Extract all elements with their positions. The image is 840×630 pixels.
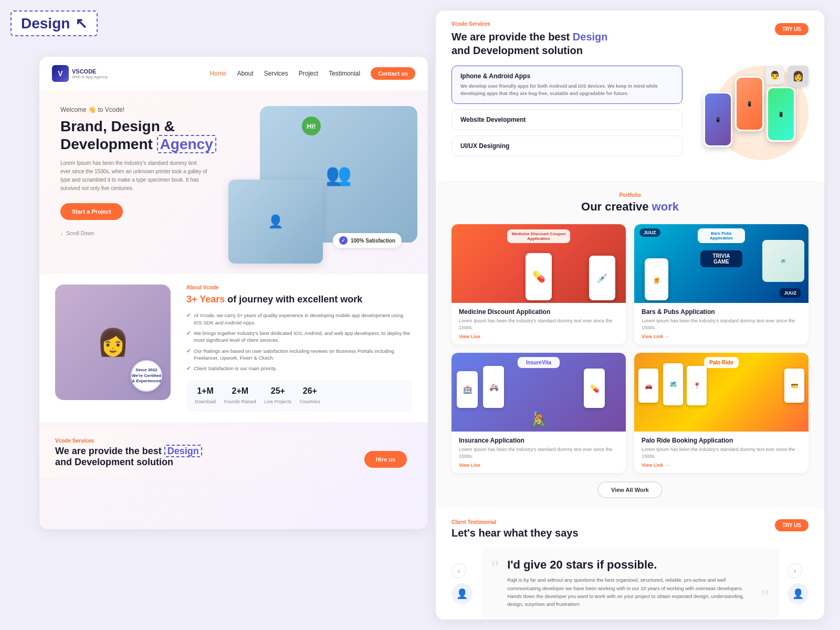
try-us-button-top[interactable]: TRY US [775,23,808,35]
medicine-phone-2: 💉 [589,256,615,300]
hero-overlay-person: 👤 [228,180,323,264]
try-us-button-testimonial[interactable]: TRY US [775,519,808,531]
palo-phone-3: 📍 [687,366,707,405]
testimonial-title: Let's hear what they says [452,527,808,539]
sc-title: We are provide the best Design and Devel… [452,30,808,57]
testimonial-right-nav: › 👤 [788,548,808,604]
palo-desc: Lorem Ipsum has been the industry's stan… [642,446,801,459]
satisfaction-badge: ✓ 100% Satisfaction [333,233,402,248]
stat-download: 1+M Download [195,386,216,405]
quote-close-icon: " [761,587,769,608]
medicine-phone: 💊 [526,253,552,300]
medicine-view-link[interactable]: View Live [459,334,618,339]
services-card: Vcode Services We are provide the best D… [436,10,824,181]
services-bottom-title: We are provide the best Design and Devel… [55,446,412,468]
sc-tag: Vcode Services [452,21,808,27]
nav-contact-button[interactable]: Contact us [371,67,415,80]
portfolio-section: Portfolio Our creative work Medicine Dis… [436,182,824,509]
testimonial-left-nav: ‹ 👤 [452,548,472,604]
bars-view-link[interactable]: View Link → [642,334,801,339]
palo-view-link[interactable]: View Link → [642,463,801,468]
cursor-icon: ↖ [75,15,87,32]
nav-services[interactable]: Services [264,70,288,77]
about-badge: Since 2022 We're Certified & Experienced [131,360,162,392]
hero-overlay-image: 👤 [228,180,323,264]
phone-mockups-area: 📱 📱 📱 👩 👨 [693,66,808,171]
logo-icon: V [52,65,69,82]
service-iphone: Iphone & Android Apps We develop user fr… [452,66,682,104]
portfolio-img-palo: Palo Ride 🚗 🗺️ 📍 💳 [634,353,808,432]
testimonial-card: " I'd give 20 stars if possible. Rajit i… [481,548,779,618]
palo-phone-1: 🚗 [638,369,658,403]
testimonial-content: I'd give 20 stars if possible. Rajit is … [507,558,753,608]
left-panel: V VSCODE Web & App Agency Home About Ser… [39,57,428,529]
service-website: Website Development [452,109,682,130]
start-project-button[interactable]: Start a Project [60,203,123,220]
portfolio-item-medicine: Medicine Discount CouponApplication 💊 💉 … [452,224,626,344]
map-area: 🗺️ [762,240,804,282]
juuz-logo: JUUZ [639,228,660,237]
about-list-item: Client Satisfaction is our main priority… [186,365,412,372]
portfolio-item-bars: JUUZ Bars PubsApplication TRIVIAGAME 🗺️ … [634,224,808,344]
stat-countries: 26+ Countries [300,386,320,405]
portfolio-info-insurance: Insurance Application Lorem Ipsum has be… [452,432,626,473]
palo-name: Palo Ride Booking Application [642,437,801,444]
hire-us-button[interactable]: Hire us [364,451,407,468]
insurance-view-link[interactable]: View Live [459,463,618,468]
portfolio-info-palo: Palo Ride Booking Application Lorem Ipsu… [634,432,808,473]
testimonial-tag: Client Testimonial [452,519,808,525]
nav-home[interactable]: Home [209,70,226,77]
testimonial-prev-button[interactable]: ‹ [452,563,466,578]
insurance-desc: Lorem Ipsum has been the industry's stan… [459,446,618,459]
about-title: 3+ Years of journey with excellent work [186,293,412,306]
about-list-item: At Vcode, we carry 3+ years of quality e… [186,312,412,326]
insurevita-label: InsureVita [518,357,560,368]
portfolio-img-medicine: Medicine Discount CouponApplication 💊 💉 [452,224,626,303]
nav-logo: V VSCODE Web & App Agency [52,65,108,82]
insurance-phone-1: 🏥 [457,371,478,408]
testimonial-text: Rajit is by far and without any question… [507,576,753,608]
testimonial-avatar-small-2: 👤 [788,583,808,604]
nav-about[interactable]: About [237,70,253,77]
nav-links: Home About Services Project Testimonial … [209,67,415,80]
insurance-name: Insurance Application [459,437,618,444]
stats-row: 1+M Download 2+M Founds Raised 25+ Live … [186,380,412,412]
portfolio-img-bars: JUUZ Bars PubsApplication TRIVIAGAME 🗺️ … [634,224,808,303]
about-list-item: Our Ratings are based on user satisfacti… [186,348,412,362]
bars-desc: Lorem Ipsum has been the industry's stan… [642,318,801,331]
portfolio-info-bars: Bars & Pubs Application Lorem Ipsum has … [634,303,808,344]
cyclist-illustration: 🚴 [529,411,549,429]
about-tag: About Vcode [186,285,412,290]
insurance-phone-2: 🚑 [483,366,504,408]
design-label-text: Design [21,15,70,32]
nav-project[interactable]: Project [299,70,318,77]
services-bottom-tag: Vcode Services [55,438,412,444]
phone-mock-1: 📱 [704,92,732,147]
bars-phone: 🍺 [645,258,668,300]
right-panel: Vcode Services We are provide the best D… [436,10,824,620]
about-content: About Vcode 3+ Years of journey with exc… [186,285,412,412]
phone-mock-2: 📱 [735,76,764,131]
about-list: At Vcode, we carry 3+ years of quality e… [186,312,412,372]
trivia-game-badge: TRIVIAGAME [700,250,742,267]
testimonial-avatar-small-1: 👤 [452,583,472,604]
testimonial-next-button[interactable]: › [788,563,802,578]
palo-ride-label: Palo Ride [704,357,739,368]
portfolio-tag: Portfolio [452,192,808,198]
services-bottom-section: Vcode Services We are provide the best D… [39,427,428,478]
nav-testimonial[interactable]: Testimonial [329,70,360,77]
hero-images: 👥 👤 Hi! ✓ 100% Satisfaction [228,96,417,264]
about-list-item: We brings together Industry's best dedic… [186,330,412,344]
view-all-button[interactable]: View All Work [597,481,663,498]
about-section: 👩 Since 2022 We're Certified & Experienc… [39,274,428,422]
insurance-phone-3: 💊 [584,369,605,408]
about-image: 👩 Since 2022 We're Certified & Experienc… [55,285,171,400]
small-photo-1: 👩 [788,66,808,87]
hero-description: Lorem Ipsum has been the industry's stan… [60,159,207,193]
hi-bubble: Hi! [302,117,321,135]
services-list: Iphone & Android Apps We develop user fr… [452,66,682,171]
testimonial-row: ‹ 👤 " I'd give 20 stars if possible. Raj… [452,548,808,618]
hero-section: Welcome 👋 to Vcode! Brand, Design & Deve… [39,90,428,269]
portfolio-title: Our creative work [452,200,808,214]
stat-projects: 25+ Live Projects [265,386,292,405]
